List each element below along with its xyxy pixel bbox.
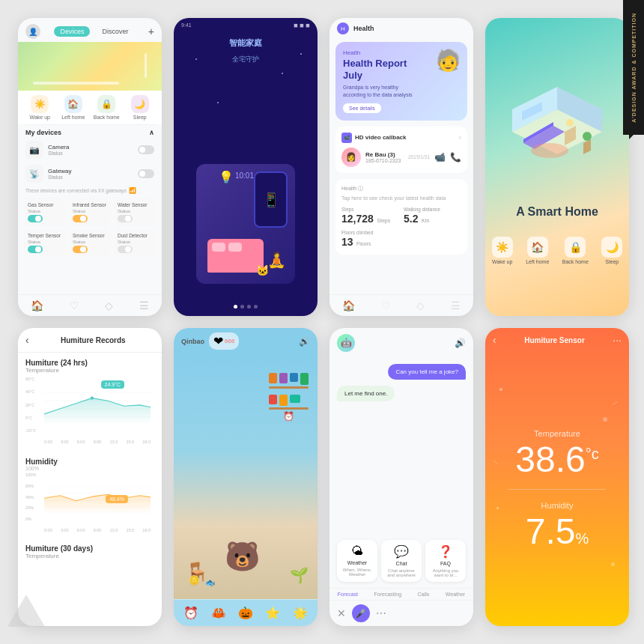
dust-sensor-toggle[interactable] (118, 246, 133, 253)
p8-more-btn[interactable]: ··· (613, 334, 622, 346)
p6-fish-icon: 🐟 (205, 578, 216, 588)
p1-user-nav[interactable]: ◇ (105, 300, 113, 312)
p1-action-lefthome[interactable]: 🏠 Left home (58, 95, 90, 120)
p6-status-top: Qinbao ❤ 666 🔊 (174, 328, 318, 354)
video-call-btn[interactable]: 📹 (434, 152, 446, 162)
p3-health-card: Health Health ReportJuly Grandpa is very… (335, 42, 467, 121)
p4-bottom-nav: ☀️ Wake up 🏠 Left home 🔒 Back home 🌙 Sle… (485, 231, 629, 270)
p5-back-btn[interactable]: ‹ (25, 334, 29, 346)
sleep-label: Sleep (133, 115, 147, 120)
p5-h-x-labels: 0:00 3:00 6:00 9:00 12:0 15:0 18:0 (44, 528, 151, 532)
camera-info: Camera Status (48, 144, 133, 156)
p4-wakeup-icon: ☀️ (492, 237, 513, 258)
temper-sensor-toggle[interactable] (28, 246, 43, 253)
p6-nav-star2[interactable]: 🌟 (293, 606, 308, 620)
p6-nav-star1[interactable]: ⭐ (265, 606, 280, 620)
p2-dot-3[interactable] (247, 305, 251, 309)
p6-love-badge: ❤ 666 (209, 332, 239, 350)
p2-time: 9:41 (181, 22, 192, 28)
p1-tab-devices[interactable]: Devices (54, 26, 90, 37)
p1-action-sleep[interactable]: 🌙 Sleep (124, 95, 157, 120)
p7-volume-icon[interactable]: 🔊 (455, 338, 466, 348)
p5-temp-svg (44, 377, 151, 433)
lefthome-icon: 🏠 (64, 95, 82, 113)
p2-clock: 10:01 (235, 171, 254, 180)
shelf-item-5 (269, 395, 277, 404)
p3-user-nav[interactable]: ◇ (416, 300, 425, 312)
p1-tabs: Devices Discover (43, 26, 145, 37)
p2-status-bar: 9:41 ◼ ◼ ◼ (174, 18, 318, 30)
backhome-label: Back home (94, 115, 120, 120)
a-logo-triangle (7, 595, 45, 627)
p1-home-nav[interactable]: 🏠 (31, 300, 43, 312)
p7-tab-calls[interactable]: Calls (418, 592, 430, 597)
backhome-icon: 🔒 (97, 95, 115, 113)
p5-x-labels: 0:00 3:00 6:00 9:00 12:0 15:0 18:0 (44, 440, 151, 444)
health-stats-tap[interactable]: Tap here to see check your latest health… (341, 195, 461, 201)
health-see-details-btn[interactable]: See details (343, 103, 381, 113)
p8-humidity-value: 7.5% (526, 514, 589, 550)
p1-action-backhome[interactable]: 🔒 Back home (91, 95, 123, 120)
p2-dot-2[interactable] (240, 305, 244, 309)
smoke-sensor-toggle[interactable] (73, 246, 88, 253)
p8-sensor-title: Humiture Sensor (496, 336, 613, 344)
p4-nav-lefthome[interactable]: 🏠 Left home (526, 237, 549, 264)
p6-coin-icon: 🪙 (189, 575, 200, 586)
phone-call-btn[interactable]: 📞 (450, 152, 461, 162)
p1-tab-discover[interactable]: Discover (96, 26, 134, 37)
p1-sensor-temper: Temper Sensor Status (24, 229, 66, 257)
p7-faq-btn[interactable]: ❓ FAQ Anything you want to br... (425, 540, 466, 582)
video-section-icon: 📹 (341, 133, 352, 143)
p8-sensor-content: Temperature 38.6°c Humidity 7.5% (485, 352, 629, 626)
water-sensor-toggle[interactable] (118, 215, 133, 222)
svg-point-10 (583, 132, 592, 141)
p7-close-icon[interactable]: ✕ (337, 607, 346, 619)
p3-settings-nav[interactable]: ☰ (451, 300, 461, 312)
p7-mic-btn[interactable]: 🎤 (352, 604, 370, 622)
faq-quick-icon: ❓ (438, 544, 453, 559)
p4-nav-backhome[interactable]: 🔒 Back home (562, 237, 589, 264)
p1-sensor-gas: Gas Sensor Status (24, 198, 66, 226)
p5-humidity-section: Humidity 100% 100% 60% 40% 20% 0% (18, 452, 162, 535)
p7-weather-btn[interactable]: 🌤 Weather When, Where, Weather (337, 540, 377, 582)
p4-nav-sleep[interactable]: 🌙 Sleep (601, 237, 622, 264)
p6-nav-pumpkin[interactable]: 🎃 (238, 606, 253, 620)
p2-title: 智能家庭 (229, 37, 262, 49)
p5-temp-section: Humiture (24 hrs) Temperature 60°C 40°C … (18, 353, 162, 449)
p7-tab-forecasting[interactable]: Forecasting (374, 592, 402, 597)
call-date: 2015/1/31 (408, 154, 430, 160)
hd-section-title: HD video callback (355, 134, 406, 141)
steps-value: 12,728 Steps (341, 212, 399, 225)
call-info: Re Bau (3) 185-6710-2323 (365, 151, 404, 163)
gateway-toggle[interactable] (138, 169, 154, 178)
phone-devices: 👤 Devices Discover + ☀️ Wake up 🏠 Left h… (18, 18, 162, 316)
p7-header: 🤖 🔊 (329, 328, 473, 358)
sleep-icon: 🌙 (131, 95, 149, 113)
p6-nav-clock[interactable]: ⏰ (183, 606, 198, 620)
p2-pillow (212, 243, 225, 252)
p2-subtitle: 全宅守护 (232, 55, 259, 64)
infrared-sensor-toggle[interactable] (73, 215, 88, 222)
p1-action-wakeup[interactable]: ☀️ Wake up (24, 95, 56, 120)
p4-nav-wakeup[interactable]: ☀️ Wake up (492, 237, 513, 264)
p7-tab-weather[interactable]: Weather (446, 592, 465, 597)
p6-room: ⏰ 🐻 🪑 🪙 🐟 🌱 (174, 354, 318, 599)
p7-chat-btn[interactable]: 💬 Chat Chat anytime and anywhere (381, 540, 422, 582)
p3-home-nav[interactable]: 🏠 (342, 300, 355, 312)
p1-plus-btn[interactable]: + (148, 25, 154, 37)
p2-dot-1[interactable] (234, 305, 237, 309)
p6-nav-crab[interactable]: 🦀 (211, 606, 226, 620)
camera-toggle[interactable] (138, 145, 154, 154)
caller-avatar: 👩 (341, 148, 361, 167)
p6-plant-icon: 🌱 (290, 566, 309, 584)
p7-tab-forecast[interactable]: Forecast (338, 592, 358, 597)
sound-icon[interactable]: 🔊 (299, 336, 310, 347)
p1-settings-nav[interactable]: ☰ (139, 300, 149, 312)
lefthome-label: Left home (61, 115, 85, 120)
wifi-icon: 📶 (129, 187, 136, 194)
gas-sensor-toggle[interactable] (28, 215, 43, 222)
p1-heart-nav[interactable]: ♡ (70, 300, 79, 312)
p2-dot-4[interactable] (254, 305, 258, 309)
p7-more-icon[interactable]: ⋯ (376, 607, 386, 619)
p3-heart-nav[interactable]: ♡ (381, 300, 391, 312)
